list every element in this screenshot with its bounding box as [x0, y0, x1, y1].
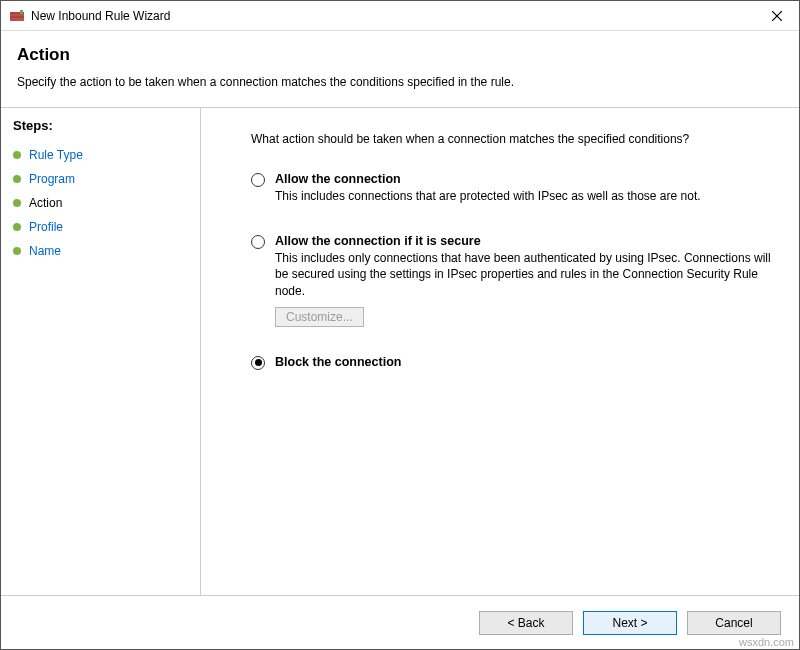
step-bullet-icon	[13, 175, 21, 183]
content-pane: What action should be taken when a conne…	[201, 108, 799, 595]
step-bullet-icon	[13, 199, 21, 207]
option-body: Allow the connectionThis includes connec…	[275, 172, 775, 212]
option-title: Allow the connection if it is secure	[275, 234, 775, 248]
radio-block[interactable]	[251, 356, 265, 370]
option-title: Allow the connection	[275, 172, 775, 186]
wizard-body: Steps: Rule TypeProgramActionProfileName…	[1, 108, 799, 595]
option-title: Block the connection	[275, 355, 775, 369]
option-body: Block the connection	[275, 355, 775, 371]
content-spacer	[251, 381, 775, 585]
option-allow: Allow the connectionThis includes connec…	[251, 172, 775, 212]
option-desc: This includes connections that are prote…	[275, 188, 775, 204]
step-label: Profile	[29, 220, 63, 234]
step-label: Rule Type	[29, 148, 83, 162]
radio-allow-secure[interactable]	[251, 235, 265, 249]
step-rule-type[interactable]: Rule Type	[13, 143, 188, 167]
page-subtitle: Specify the action to be taken when a co…	[17, 75, 783, 89]
svg-rect-2	[10, 16, 24, 18]
step-label: Action	[29, 196, 62, 210]
cancel-button[interactable]: Cancel	[687, 611, 781, 635]
option-body: Allow the connection if it is secureThis…	[275, 234, 775, 333]
window-title: New Inbound Rule Wizard	[31, 9, 755, 23]
firewall-icon	[9, 8, 25, 24]
back-button[interactable]: < Back	[479, 611, 573, 635]
wizard-footer: < Back Next > Cancel	[1, 595, 799, 649]
step-bullet-icon	[13, 223, 21, 231]
step-action[interactable]: Action	[13, 191, 188, 215]
watermark: wsxdn.com	[739, 636, 794, 648]
titlebar: New Inbound Rule Wizard	[1, 1, 799, 31]
close-icon	[772, 11, 782, 21]
next-button[interactable]: Next >	[583, 611, 677, 635]
page-title: Action	[17, 45, 783, 65]
customize-button: Customize...	[275, 307, 364, 327]
option-allow-secure: Allow the connection if it is secureThis…	[251, 234, 775, 333]
steps-heading: Steps:	[13, 118, 188, 133]
action-prompt: What action should be taken when a conne…	[251, 132, 775, 146]
step-label: Program	[29, 172, 75, 186]
step-label: Name	[29, 244, 61, 258]
option-desc: This includes only connections that have…	[275, 250, 775, 299]
step-profile[interactable]: Profile	[13, 215, 188, 239]
steps-sidebar: Steps: Rule TypeProgramActionProfileName	[1, 108, 201, 595]
page-header: Action Specify the action to be taken wh…	[1, 31, 799, 107]
step-bullet-icon	[13, 247, 21, 255]
close-button[interactable]	[755, 1, 799, 31]
step-name[interactable]: Name	[13, 239, 188, 263]
step-program[interactable]: Program	[13, 167, 188, 191]
step-bullet-icon	[13, 151, 21, 159]
option-block: Block the connection	[251, 355, 775, 371]
radio-allow[interactable]	[251, 173, 265, 187]
